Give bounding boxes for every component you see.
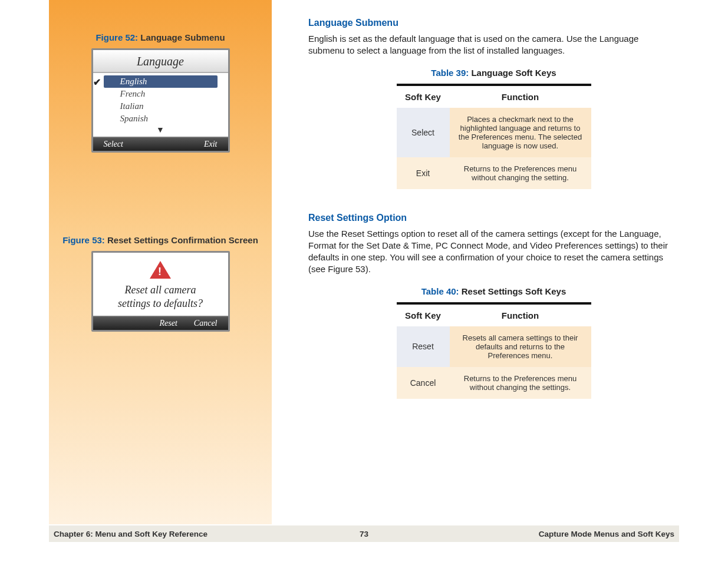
cell-softkey: Exit (397, 157, 450, 189)
reset-line-1: Reset all camera (99, 283, 222, 297)
cell-function: Places a checkmark next to the highlight… (450, 108, 591, 157)
lcd-screen-reset: Reset all camera settings to defaults? R… (91, 251, 230, 332)
table-row: Select Places a checkmark next to the hi… (397, 108, 591, 157)
table-39-prefix: Table 39: (431, 68, 469, 78)
warning-icon (150, 261, 171, 279)
table-40-caption: Table 40: Reset Settings Soft Keys (308, 286, 679, 296)
main-content: Language Submenu English is set as the d… (272, 0, 679, 542)
figure-52-lcd: Language ✔ English French Italian Spanis… (49, 48, 272, 153)
footer-right: Capture Mode Menus and Soft Keys (539, 530, 674, 538)
language-label: English (120, 77, 147, 86)
more-indicator-icon: ▼ (104, 125, 218, 135)
cell-function: Returns to the Preferences menu without … (450, 367, 591, 399)
sidebar: Figure 52: Language Submenu Language ✔ E… (49, 0, 272, 524)
cell-function: Resets all camera settings to their defa… (450, 326, 591, 367)
table-39-caption: Table 39: Language Soft Keys (308, 68, 679, 78)
col-function: Function (450, 303, 591, 326)
table-39-text: Language Soft Keys (469, 68, 556, 78)
language-row-italian: Italian (104, 100, 218, 113)
table-header-row: Soft Key Function (397, 303, 591, 326)
page-footer: Chapter 6: Menu and Soft Key Reference 7… (49, 525, 679, 542)
softkey-cancel: Cancel (194, 319, 218, 328)
language-label: French (120, 89, 146, 98)
cell-softkey: Select (397, 108, 450, 157)
para-reset-settings: Use the Reset Settings option to reset a… (308, 228, 674, 276)
heading-reset-settings: Reset Settings Option (308, 213, 679, 223)
para-language-submenu: English is set as the default language t… (308, 33, 674, 57)
col-softkey: Soft Key (397, 85, 450, 108)
cell-function: Returns to the Preferences menu without … (450, 157, 591, 189)
lcd-softbar-reset: Reset Cancel (93, 316, 228, 330)
table-header-row: Soft Key Function (397, 85, 591, 108)
footer-left: Chapter 6: Menu and Soft Key Reference (54, 530, 207, 538)
table-40-prefix: Table 40: (421, 286, 459, 296)
figure-53-prefix: Figure 53: (62, 235, 105, 245)
col-softkey: Soft Key (397, 303, 450, 326)
table-39: Soft Key Function Select Places a checkm… (397, 84, 591, 189)
table-row: Exit Returns to the Preferences menu wit… (397, 157, 591, 189)
lcd-screen-language: Language ✔ English French Italian Spanis… (91, 48, 230, 153)
cell-softkey: Cancel (397, 367, 450, 399)
lcd-body-reset: Reset all camera settings to defaults? (93, 253, 228, 316)
table-row: Reset Resets all camera settings to thei… (397, 326, 591, 367)
page: Figure 52: Language Submenu Language ✔ E… (49, 0, 679, 542)
softkey-reset: Reset (160, 319, 177, 328)
softkey-exit: Exit (204, 140, 218, 149)
softkey-select: Select (104, 140, 123, 149)
language-row-english: ✔ English (104, 75, 218, 88)
figure-53-text: Reset Settings Confirmation Screen (105, 235, 258, 245)
language-row-french: French (104, 88, 218, 100)
reset-line-2: settings to defaults? (99, 297, 222, 310)
language-row-spanish: Spanish (104, 113, 218, 125)
table-40: Soft Key Function Reset Resets all camer… (397, 302, 591, 399)
figure-52-prefix: Figure 52: (95, 32, 138, 42)
checkmark-icon: ✔ (93, 77, 101, 88)
lcd-softbar-language: Select Exit (93, 137, 228, 151)
heading-language-submenu: Language Submenu (308, 18, 679, 28)
language-label: Spanish (120, 114, 149, 123)
figure-52-text: Language Submenu (138, 32, 225, 42)
table-40-text: Reset Settings Soft Keys (459, 286, 566, 296)
lcd-body-language: ✔ English French Italian Spanish ▼ (93, 73, 228, 137)
col-function: Function (450, 85, 591, 108)
cell-softkey: Reset (397, 326, 450, 367)
table-row: Cancel Returns to the Preferences menu w… (397, 367, 591, 399)
figure-52-caption: Figure 52: Language Submenu (49, 32, 272, 42)
figure-53-caption: Figure 53: Reset Settings Confirmation S… (49, 235, 272, 245)
language-label: Italian (120, 101, 144, 111)
lcd-title: Language (93, 50, 228, 73)
figure-53-lcd: Reset all camera settings to defaults? R… (49, 251, 272, 332)
